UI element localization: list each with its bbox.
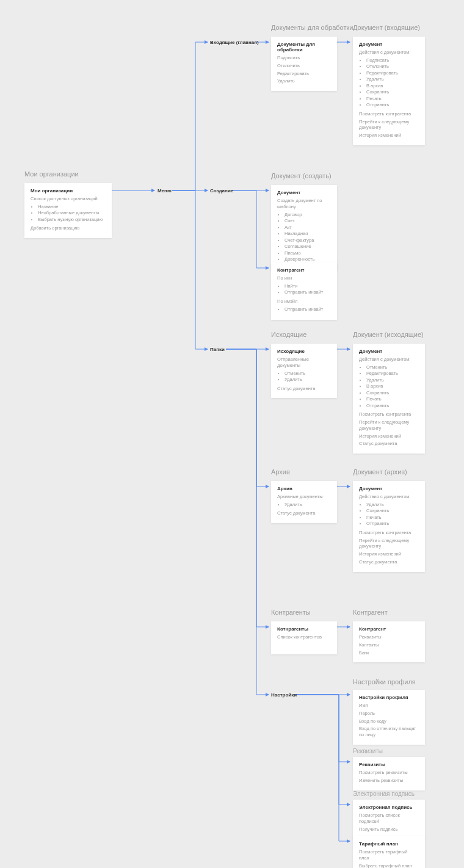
- card-title: Исходящие: [277, 349, 331, 354]
- list-item: Необработанные документы: [38, 210, 106, 217]
- card-title: Мои организации: [31, 188, 106, 193]
- list-item: Сохранить: [366, 89, 419, 96]
- list-item: Удалить: [285, 502, 331, 508]
- card-line: Перейти к следующему документу: [359, 538, 419, 550]
- card-title: Контрагент: [359, 626, 419, 632]
- list-item: Соглашение: [285, 244, 331, 250]
- card-esign: Электронная подпись Посмотреть список по…: [353, 800, 425, 839]
- card-my-orgs: Мои организации Список доступных организ…: [24, 183, 112, 238]
- list-item: Счет: [285, 218, 331, 225]
- list-item: Удалить: [366, 377, 419, 384]
- card-text: По имэйл: [277, 298, 331, 305]
- card-line: Посмотреть список подписей: [359, 812, 419, 825]
- card-title: Документ: [359, 42, 419, 47]
- card-line: Редактировать: [277, 71, 331, 77]
- list-item: Удалить: [366, 76, 419, 83]
- list-item: Отменить: [285, 371, 331, 377]
- card-outgoing: Исходящие Отправленные документы Отменит…: [271, 344, 337, 398]
- card-title: Документ: [359, 486, 419, 491]
- list-item: Отправить: [366, 102, 419, 109]
- list-item: Найти: [285, 283, 331, 290]
- card-title: Котнрагенты: [277, 626, 331, 632]
- card-title: Настройки профиля: [359, 695, 419, 700]
- list-item: Редактировать: [366, 371, 419, 377]
- card-list: ОтменитьРедактироватьУдалитьВ архивСохра…: [359, 364, 419, 410]
- card-lines: Посмотреть контрагентаПерейти к следующе…: [359, 111, 419, 139]
- card-requisites: Реквизиты Посмотреть реквизитыИзменить р…: [353, 757, 425, 790]
- list-item: Акт: [285, 225, 331, 231]
- list-item: Редактировать: [366, 70, 419, 77]
- card-title: Тарифный план: [359, 841, 419, 847]
- section-title-archive: Архив: [271, 468, 290, 476]
- card-list: Удалить: [277, 502, 331, 508]
- card-line: Имя: [359, 703, 419, 709]
- card-line: История изменений: [359, 551, 419, 557]
- list-item: В архив: [366, 383, 419, 390]
- card-line: Реквизиты: [359, 634, 419, 640]
- list-item: Удалить: [285, 377, 331, 383]
- card-list: УдалитьСохранитьПечатьОтправить: [359, 502, 419, 527]
- node-menu: Меню: [158, 188, 172, 193]
- list-item: Отменить: [366, 364, 419, 371]
- card-doc-outgoing: Документ Действия с документом: Отменить…: [353, 344, 425, 454]
- list-item: Отправить инвайт: [285, 306, 331, 313]
- card-lines: Посмотреть реквизитыИзменить реквизиты: [359, 770, 419, 784]
- floating-title-esign: Электронная подпись: [353, 790, 415, 797]
- list-item: Сохранить: [366, 390, 419, 397]
- node-settings: Настройки: [271, 692, 297, 698]
- list-item: Сохранить: [366, 508, 419, 515]
- card-list: Отправить инвайт: [277, 306, 331, 313]
- card-line: Статус документа: [359, 441, 419, 447]
- list-item: Подписать: [366, 57, 419, 64]
- card-line: Контакты: [359, 642, 419, 648]
- card-line: Вход по коду: [359, 718, 419, 725]
- card-text: Статус документа: [277, 386, 331, 392]
- card-line: Выбрать тарифный план: [359, 863, 419, 869]
- card-contragent-create: Контрагент По инн НайтиОтправить инвайт …: [271, 262, 337, 320]
- card-list: ДоговорСчетАктНакладнаяСчет-фактураСогла…: [277, 212, 331, 263]
- section-title-doc-create: Документ (создать): [271, 172, 332, 179]
- list-item: Отправить инвайт: [285, 289, 331, 296]
- card-archive: Архив Архивные документы Удалить Статус …: [271, 481, 337, 523]
- card-docs-processing: Документы для обработки ПодписатьОтклони…: [271, 37, 337, 91]
- list-item: Счет-фактура: [285, 237, 331, 244]
- card-text: Добавить организацию: [31, 225, 106, 231]
- section-title-doc-outgoing: Документ (исходящие): [353, 331, 424, 338]
- card-title: Документ: [359, 349, 419, 354]
- card-lines: ПодписатьОтклонитьРедактироватьУдалить: [277, 55, 331, 84]
- node-creation: Создание: [210, 188, 233, 193]
- section-title-doc-incoming: Документ (входящие): [353, 24, 420, 31]
- section-title-outgoing: Исходящие: [271, 331, 306, 338]
- card-title: Электронная подпись: [359, 805, 419, 810]
- card-tariff: Тарифный план Посмотреть тарифный планВы…: [353, 836, 425, 868]
- list-item: Договор: [285, 212, 331, 219]
- card-line: Посмотреть контрагента: [359, 411, 419, 418]
- list-item: Печать: [366, 396, 419, 403]
- node-folders: Папки: [210, 347, 225, 352]
- card-list: ПодписатьОтклонитьРедактироватьУдалитьВ …: [359, 57, 419, 109]
- card-line: Отклонить: [277, 63, 331, 69]
- card-title: Архив: [277, 486, 331, 491]
- list-item: Письмо: [285, 250, 331, 257]
- list-item: Отклонить: [366, 63, 419, 70]
- list-item: В архив: [366, 83, 419, 90]
- node-inbox-main: Входящие (главная): [210, 40, 259, 45]
- card-contragent: Контрагент РеквизитыКонтактыБанк: [353, 621, 425, 662]
- card-text: Отправленные документы: [277, 356, 331, 369]
- card-text: Список доступных организаций: [31, 196, 106, 202]
- card-title: Контрагент: [277, 267, 331, 273]
- card-line: Перейти к следующему документу: [359, 119, 419, 131]
- list-item: Печать: [366, 515, 419, 521]
- list-item: Печать: [366, 96, 419, 103]
- section-title-contragents: Контрагенты: [271, 609, 311, 616]
- card-text: Действия с документом:: [359, 356, 419, 363]
- card-doc-archive: Документ Действия с документом: УдалитьС…: [353, 481, 425, 572]
- card-line: Получить подпись: [359, 826, 419, 833]
- card-text: Статус документа: [277, 510, 331, 516]
- card-line: Посмотреть тарифный план: [359, 849, 419, 861]
- card-contragents: Котнрагенты Список контрагентов: [271, 621, 337, 654]
- card-line: Удалить: [277, 78, 331, 84]
- card-line: Перейти к следующему документу: [359, 419, 419, 432]
- card-lines: РеквизитыКонтактыБанк: [359, 634, 419, 656]
- card-lines: Посмотреть список подписейПолучить подпи…: [359, 812, 419, 832]
